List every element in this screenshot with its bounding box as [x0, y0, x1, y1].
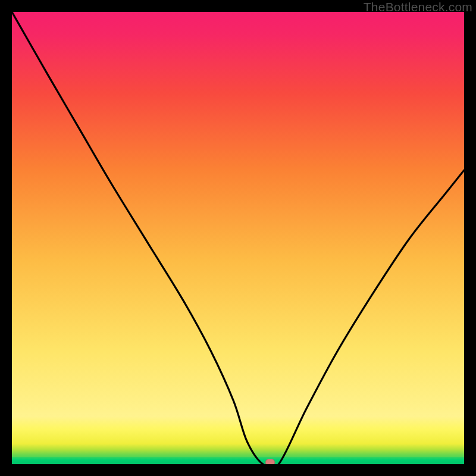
- bottleneck-curve: [12, 12, 464, 464]
- plot-area: [12, 12, 464, 464]
- safe-zone-band: [12, 457, 464, 464]
- chart-frame: TheBottleneck.com: [0, 0, 476, 476]
- minimum-marker: [265, 459, 275, 464]
